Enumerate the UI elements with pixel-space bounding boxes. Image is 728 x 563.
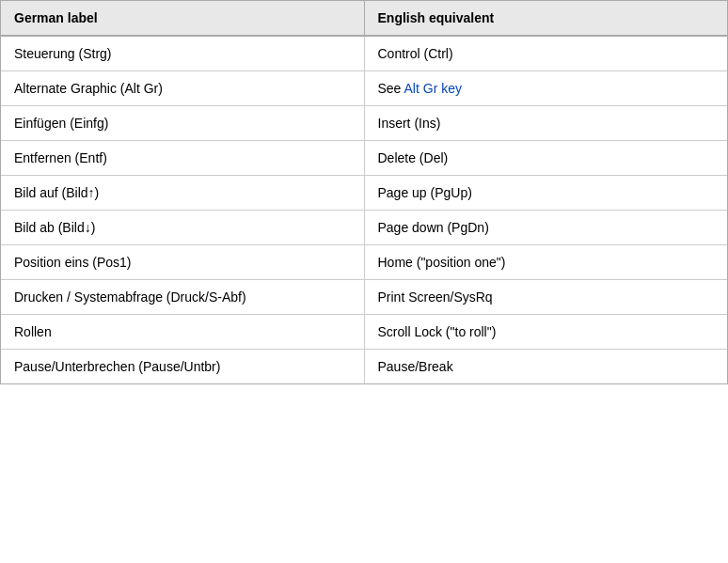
table-row: Einfügen (Einfg)Insert (Ins) <box>1 106 727 141</box>
table-row: Bild auf (Bild↑)Page up (PgUp) <box>1 176 727 211</box>
german-label-cell: Steuerung (Strg) <box>1 36 364 71</box>
english-equivalent-cell: Page down (PgDn) <box>364 211 727 245</box>
col-english-header: English equivalent <box>364 1 727 36</box>
german-label-cell: Position eins (Pos1) <box>1 245 364 280</box>
german-label-cell: Rollen <box>1 315 364 350</box>
alt-gr-key-link[interactable]: Alt Gr key <box>404 81 462 96</box>
german-label-cell: Einfügen (Einfg) <box>1 106 364 141</box>
table-row: Position eins (Pos1)Home ("position one"… <box>1 245 727 280</box>
english-equivalent-cell: Pause/Break <box>364 350 727 384</box>
english-equivalent-cell: Home ("position one") <box>364 245 727 280</box>
german-label-cell: Pause/Unterbrechen (Pause/Untbr) <box>1 350 364 384</box>
col-german-header: German label <box>1 1 364 36</box>
keyboard-table: German label English equivalent Steuerun… <box>1 1 727 383</box>
table-row: Bild ab (Bild↓)Page down (PgDn) <box>1 211 727 245</box>
german-label-cell: Entfernen (Entf) <box>1 141 364 176</box>
german-label-cell: Alternate Graphic (Alt Gr) <box>1 71 364 106</box>
table-row: RollenScroll Lock ("to roll") <box>1 315 727 350</box>
english-equivalent-cell: Insert (Ins) <box>364 106 727 141</box>
german-label-cell: Bild auf (Bild↑) <box>1 176 364 211</box>
table-row: Drucken / Systemabfrage (Druck/S-Abf)Pri… <box>1 280 727 315</box>
german-label-cell: Drucken / Systemabfrage (Druck/S-Abf) <box>1 280 364 315</box>
english-equivalent-cell: Delete (Del) <box>364 141 727 176</box>
english-equivalent-cell: Print Screen/SysRq <box>364 280 727 315</box>
table-row: Pause/Unterbrechen (Pause/Untbr)Pause/Br… <box>1 350 727 384</box>
table-row: Steuerung (Strg)Control (Ctrl) <box>1 36 727 71</box>
keyboard-table-container: German label English equivalent Steuerun… <box>0 0 728 384</box>
english-equivalent-cell: Control (Ctrl) <box>364 36 727 71</box>
table-row: Alternate Graphic (Alt Gr)See Alt Gr key <box>1 71 727 106</box>
german-label-cell: Bild ab (Bild↓) <box>1 211 364 245</box>
table-header-row: German label English equivalent <box>1 1 727 36</box>
english-equivalent-cell: Scroll Lock ("to roll") <box>364 315 727 350</box>
english-equivalent-cell: See Alt Gr key <box>364 71 727 106</box>
english-equivalent-cell: Page up (PgUp) <box>364 176 727 211</box>
table-row: Entfernen (Entf)Delete (Del) <box>1 141 727 176</box>
